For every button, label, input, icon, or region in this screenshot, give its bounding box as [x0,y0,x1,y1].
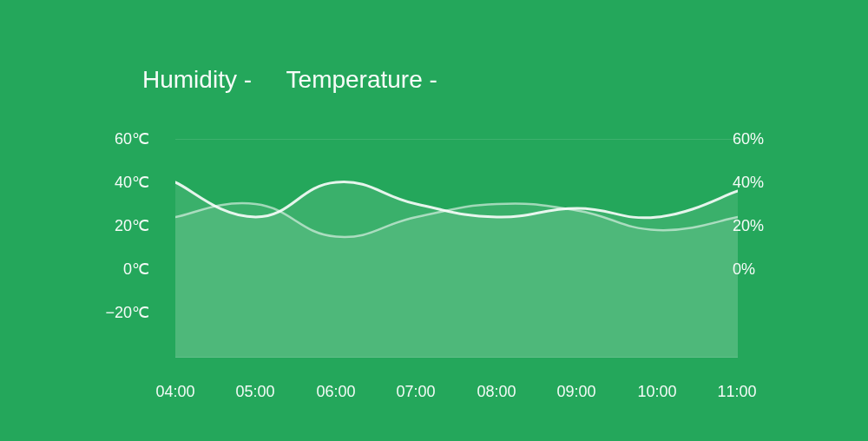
x-tick: 08:00 [477,383,516,401]
y-left-tick: 40℃ [97,173,149,192]
y-right-tick: 0% [733,260,785,279]
y-right-tick: 20% [733,217,785,235]
chart-plot-area [175,139,738,358]
x-tick: 05:00 [235,383,274,401]
x-tick: 04:00 [155,383,194,401]
legend-temperature: Temperature - [286,66,437,94]
y-right-tick: 60% [733,130,785,148]
y-left-tick: 0℃ [97,260,149,279]
x-tick: 07:00 [396,383,435,401]
x-tick: 09:00 [556,383,595,401]
x-tick: 10:00 [637,383,676,401]
y-left-tick: 20℃ [97,216,149,235]
x-tick: 06:00 [316,383,355,401]
y-right-tick: 40% [733,174,785,192]
legend-humidity: Humidity - [142,66,252,94]
y-left-tick: 60℃ [97,129,149,148]
y-left-tick: −20℃ [97,303,149,322]
humidity-temperature-chart: 60℃ 40℃ 20℃ 0℃ −20℃ 60% 40% 20% 0% 04:00… [106,139,774,399]
chart-legend: Humidity - Temperature - [142,66,437,94]
x-tick: 11:00 [717,383,756,401]
